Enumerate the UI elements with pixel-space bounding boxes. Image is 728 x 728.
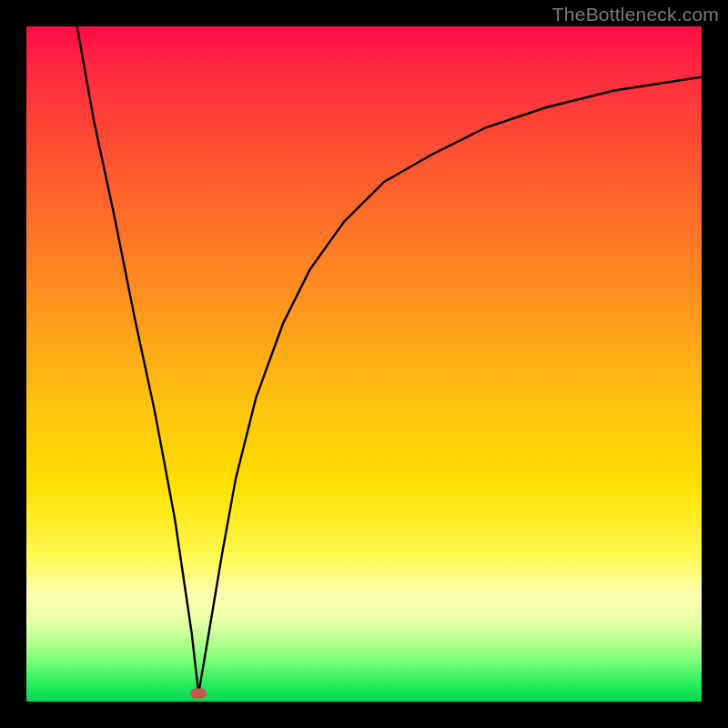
bottleneck-curve xyxy=(26,26,702,702)
watermark-text: TheBottleneck.com xyxy=(552,4,719,25)
plot-area xyxy=(26,26,702,702)
minimum-marker xyxy=(190,689,207,699)
chart-frame: TheBottleneck.com xyxy=(0,0,728,728)
